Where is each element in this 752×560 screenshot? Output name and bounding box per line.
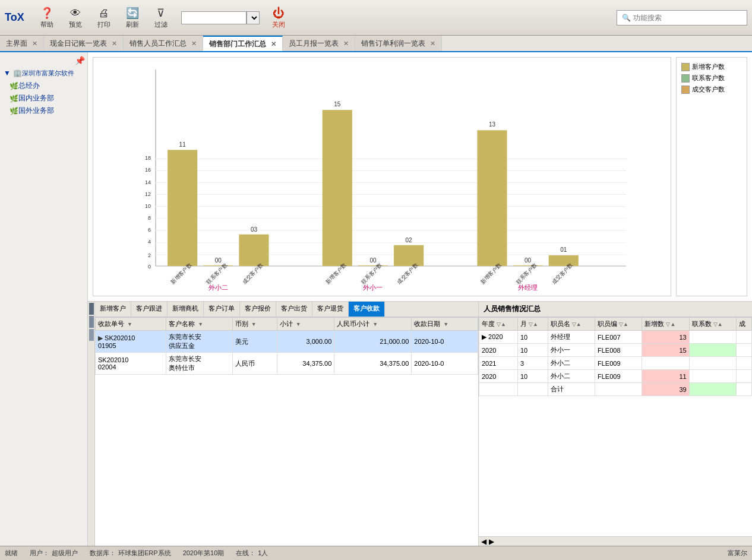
table-row[interactable]: ▶ 2020 10 外经理 FLE007 13 <box>479 331 752 344</box>
sort-staff-name[interactable]: ▽▲ <box>572 321 582 327</box>
sort-year[interactable]: ▽▲ <box>497 321 506 327</box>
cell-year: 2020 <box>479 344 518 357</box>
tab-home-close[interactable]: ✕ <box>32 40 37 48</box>
svg-text:18: 18 <box>145 155 151 161</box>
cell-deal-count <box>736 357 751 370</box>
svg-text:6: 6 <box>148 227 151 233</box>
cell-year: 2021 <box>479 357 518 370</box>
tab-follow-up[interactable]: 客户跟进 <box>131 302 168 317</box>
cell-staff-name: 外小二 <box>548 370 595 383</box>
toolbar: ToX ❓ 帮助 👁 预览 🖨 打印 🔄 刷新 ⊽ 过滤 ⏻ 关闭 🔍 <box>0 0 752 36</box>
sort-currency[interactable]: ▼ <box>251 321 257 327</box>
indicator-3 <box>89 329 94 341</box>
print-button[interactable]: 🖨 打印 <box>93 6 115 29</box>
tab-order[interactable]: 客户订单 <box>204 302 240 317</box>
legend-color-contact <box>681 74 690 83</box>
tab-new-opportunity[interactable]: 新增商机 <box>168 302 204 317</box>
sort-rmb-subtotal[interactable]: ▼ <box>372 321 378 327</box>
sidebar-item-foreign[interactable]: 🌿 国外业务部 <box>0 105 87 117</box>
func-search-box[interactable]: 🔍 <box>617 10 747 26</box>
status-bar: 就绪 用户： 超级用户 数据库： 环球集团ERP系统 2020年第10期 在线：… <box>0 546 752 560</box>
tab-quote[interactable]: 客户报价 <box>240 302 276 317</box>
scroll-nav[interactable]: ◀ ▶ <box>479 536 752 546</box>
tab-employee-monthly-close[interactable]: ✕ <box>343 40 349 48</box>
sort-receipt-no[interactable]: ▼ <box>127 321 132 327</box>
sales-table: 年度 ▽▲ 月 ▽▲ 职员名 ▽▲ 职员编 ▽▲ 新增数 ▽▲ 联系数 ▽▲ 成 <box>479 317 752 396</box>
svg-text:14: 14 <box>145 179 151 185</box>
cell-staff-name: 外小一 <box>548 344 595 357</box>
sidebar-pin[interactable]: 📌 <box>0 55 87 67</box>
tab-employee-monthly[interactable]: 员工月报一览表 ✕ <box>283 36 355 51</box>
toolbar-search <box>181 11 260 24</box>
tab-sales-dept-close[interactable]: ✕ <box>271 40 276 48</box>
sidebar: 📌 ▼ 🏢 深圳市富莱尔软件 🌿 总经办 🌿 国内业务部 🌿 国外业务部 <box>0 52 88 546</box>
table-row[interactable]: 合计 39 <box>479 383 752 396</box>
status-online: 在线： 1人 <box>236 549 268 558</box>
svg-text:01: 01 <box>560 246 567 253</box>
tab-sales-dept[interactable]: 销售部门工作汇总 ✕ <box>203 36 283 51</box>
tab-cash-close[interactable]: ✕ <box>112 40 117 48</box>
bar-waijingli-new <box>477 130 507 266</box>
tab-cash[interactable]: 现金日记账一览表 ✕ <box>44 36 124 51</box>
svg-text:外经理: 外经理 <box>518 284 538 291</box>
help-icon: ❓ <box>40 6 54 20</box>
bar-waijingli-contact <box>513 265 543 266</box>
svg-text:外小二: 外小二 <box>208 284 228 291</box>
sales-section: 人员销售情况汇总 年度 ▽▲ 月 ▽▲ 职员名 ▽▲ 职员编 ▽▲ 新增数 ▽▲… <box>479 302 752 546</box>
tab-return[interactable]: 客户退货 <box>312 302 349 317</box>
bar-waixiaoyi-deal <box>394 245 424 266</box>
sort-month[interactable]: ▽▲ <box>529 321 538 327</box>
tab-new-customer[interactable]: 新增客户 <box>95 302 131 317</box>
tab-home[interactable]: 主界面 ✕ <box>0 36 44 51</box>
refresh-button[interactable]: 🔄 刷新 <box>122 6 143 29</box>
cell-staff-code <box>595 383 642 396</box>
cell-currency: 美元 <box>232 331 277 353</box>
search-input[interactable] <box>181 11 247 24</box>
sort-new-count[interactable]: ▽▲ <box>666 321 675 327</box>
bar-waixiaoer-new <box>168 150 197 265</box>
tab-delivery[interactable]: 客户出货 <box>276 302 312 317</box>
col-currency: 币别 ▼ <box>232 318 277 331</box>
cell-contact-count <box>689 357 736 370</box>
table-row[interactable]: 2020 10 外小二 FLE009 11 <box>479 370 752 383</box>
cell-contact-count <box>689 331 736 344</box>
sales-summary-title: 人员销售情况汇总 <box>479 302 752 317</box>
status-user: 用户： 超级用户 <box>30 549 78 558</box>
sidebar-item-domestic[interactable]: 🌿 国内业务部 <box>0 92 87 105</box>
col-date: 收款日期 ▼ <box>412 318 478 331</box>
scroll-left-icon[interactable]: ◀ <box>481 537 486 546</box>
search-dropdown[interactable] <box>247 11 260 24</box>
table-row[interactable]: SK20201002004 东莞市长安奥特仕市 人民币 34,375.00 34… <box>96 353 478 375</box>
cell-new-count: 11 <box>642 370 689 383</box>
tab-sales-person-close[interactable]: ✕ <box>191 40 197 48</box>
sidebar-item-company[interactable]: ▼ 🏢 深圳市富莱尔软件 <box>0 67 87 80</box>
col-year: 年度 ▽▲ <box>479 318 518 331</box>
sort-date[interactable]: ▼ <box>443 321 448 327</box>
customer-table-scroll[interactable]: 收款单号 ▼ 客户名称 ▼ 币别 ▼ 小计 ▼ 人民币小计 ▼ 收款日期 ▼ <box>95 317 478 546</box>
sidebar-item-label: 国外业务部 <box>18 106 54 116</box>
svg-text:4: 4 <box>148 239 151 245</box>
tab-sales-order-close[interactable]: ✕ <box>430 40 435 48</box>
tab-payment[interactable]: 客户收款 <box>349 302 385 317</box>
sort-subtotal[interactable]: ▼ <box>296 321 301 327</box>
cell-deal-count <box>736 331 751 344</box>
help-button[interactable]: ❓ 帮助 <box>36 6 58 29</box>
tab-sales-order[interactable]: 销售订单利润一览表 ✕ <box>355 36 442 51</box>
preview-button[interactable]: 👁 预览 <box>65 6 86 29</box>
sort-customer-name[interactable]: ▼ <box>198 321 203 327</box>
sales-table-scroll[interactable]: 年度 ▽▲ 月 ▽▲ 职员名 ▽▲ 职员编 ▽▲ 新增数 ▽▲ 联系数 ▽▲ 成 <box>479 317 752 536</box>
table-row[interactable]: 2020 10 外小一 FLE008 15 <box>479 344 752 357</box>
company-icon: 🏢 <box>13 69 22 77</box>
scroll-right-icon[interactable]: ▶ <box>489 537 494 546</box>
cell-receipt-no: ▶ SK20201001905 <box>96 331 166 353</box>
sort-staff-code[interactable]: ▽▲ <box>619 321 628 327</box>
func-search-input[interactable] <box>633 14 734 22</box>
sidebar-item-general-office[interactable]: 🌿 总经办 <box>0 80 87 92</box>
filter-button[interactable]: ⊽ 过滤 <box>150 6 172 29</box>
table-row[interactable]: ▶ SK20201001905 东莞市长安供应五金 美元 3,000.00 21… <box>96 331 478 353</box>
table-row[interactable]: 2021 3 外小二 FLE009 <box>479 357 752 370</box>
close-button[interactable]: ⏻ 关闭 <box>271 6 286 29</box>
customer-table: 收款单号 ▼ 客户名称 ▼ 币别 ▼ 小计 ▼ 人民币小计 ▼ 收款日期 ▼ <box>95 317 478 375</box>
tab-sales-person[interactable]: 销售人员工作汇总 ✕ <box>124 36 203 51</box>
sort-contact-count[interactable]: ▽▲ <box>713 321 723 327</box>
